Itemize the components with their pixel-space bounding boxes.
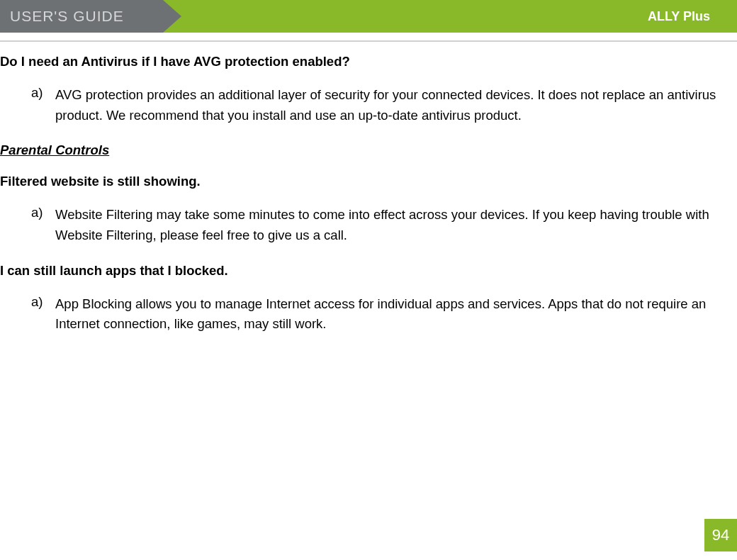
question-heading-filtered-website: Filtered website is still showing.: [0, 174, 731, 189]
question-heading-antivirus: Do I need an Antivirus if I have AVG pro…: [0, 54, 731, 69]
header-underline: [0, 40, 737, 42]
page-number-box: 94: [704, 519, 737, 551]
list-body-text: Website Filtering may take some minutes …: [55, 205, 731, 245]
list-body-text: AVG protection provides an additional la…: [55, 85, 731, 125]
list-item: a) AVG protection provides an additional…: [0, 85, 731, 125]
list-marker: a): [31, 85, 55, 125]
page-content: Do I need an Antivirus if I have AVG pro…: [0, 33, 737, 335]
page-number: 94: [712, 526, 729, 544]
list-marker: a): [31, 205, 55, 245]
product-name: ALLY Plus: [648, 9, 710, 24]
list-marker: a): [31, 294, 55, 335]
header-right-panel: ALLY Plus: [163, 0, 737, 33]
question-heading-blocked-apps: I can still launch apps that I blocked.: [0, 263, 731, 279]
list-item: a) App Blocking allows you to manage Int…: [0, 294, 731, 335]
guide-title: USER'S GUIDE: [10, 8, 124, 25]
page-header: USER'S GUIDE ALLY Plus: [0, 0, 737, 33]
header-left-panel: USER'S GUIDE: [0, 0, 163, 33]
header-arrow-divider: [163, 0, 181, 33]
section-title-parental-controls: Parental Controls: [0, 142, 731, 158]
list-item: a) Website Filtering may take some minut…: [0, 205, 731, 245]
list-body-text: App Blocking allows you to manage Intern…: [55, 294, 731, 335]
